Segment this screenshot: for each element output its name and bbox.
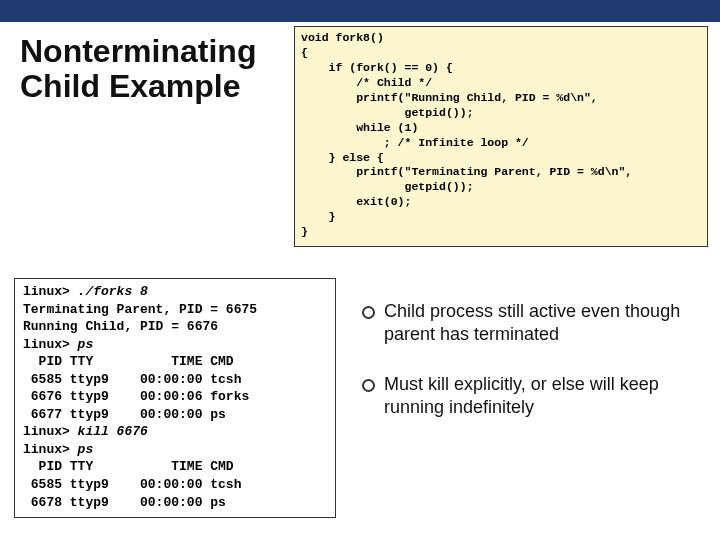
output-line: Terminating Parent, PID = 6675: [23, 302, 257, 317]
output-line: 6678 ttyp9 00:00:00 ps: [23, 495, 226, 510]
slide-title: Nonterminating Child Example: [20, 34, 280, 104]
output-line: PID TTY TIME CMD: [23, 354, 234, 369]
prompt: linux>: [23, 442, 78, 457]
cmd: ps: [78, 442, 94, 457]
output-line: 6585 ttyp9 00:00:00 tcsh: [23, 477, 241, 492]
cmd: ps: [78, 337, 94, 352]
output-line: PID TTY TIME CMD: [23, 459, 234, 474]
output-line: 6585 ttyp9 00:00:00 tcsh: [23, 372, 241, 387]
output-line: 6676 ttyp9 00:00:06 forks: [23, 389, 249, 404]
prompt: linux>: [23, 284, 78, 299]
bullet-list: Child process still active even though p…: [360, 300, 696, 446]
cmd: kill 6676: [78, 424, 148, 439]
output-line: Running Child, PID = 6676: [23, 319, 218, 334]
output-line: 6677 ttyp9 00:00:00 ps: [23, 407, 226, 422]
prompt: linux>: [23, 337, 78, 352]
bullet-item: Child process still active even though p…: [360, 300, 696, 345]
bullet-item: Must kill explicitly, or else will keep …: [360, 373, 696, 418]
prompt: linux>: [23, 424, 78, 439]
cmd: ./forks 8: [78, 284, 148, 299]
terminal-block: linux> ./forks 8 Terminating Parent, PID…: [14, 278, 336, 518]
code-block: void fork8() { if (fork() == 0) { /* Chi…: [294, 26, 708, 247]
top-bar: [0, 0, 720, 22]
